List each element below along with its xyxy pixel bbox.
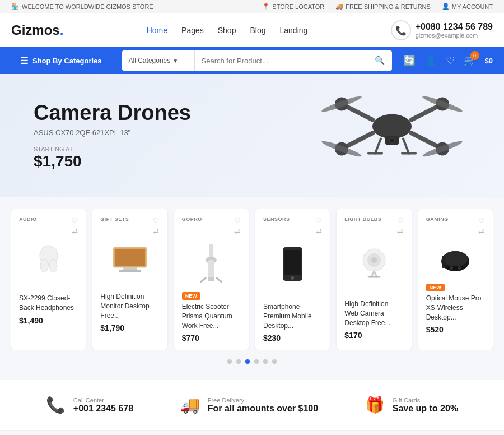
- product-price-3: $230: [263, 334, 322, 343]
- nav-icons: 🔄 👤 ♡ 🛒 0 $0: [403, 54, 493, 67]
- main-nav: Home Pages Shop Blog Landing: [147, 26, 308, 35]
- feature-free-delivery: 🚚 Free Delivery For all amounts over $10…: [180, 396, 318, 414]
- svg-rect-25: [123, 267, 137, 270]
- feature-gift-cards: 🎁 Gift Cards Save up to 20%: [365, 396, 458, 414]
- wishlist-btn-1[interactable]: ♡: [153, 216, 160, 225]
- svg-rect-30: [208, 277, 214, 281]
- compare-icon[interactable]: 🔄: [403, 54, 416, 67]
- logo[interactable]: Gizmos.: [11, 22, 63, 38]
- category-selector[interactable]: All Categories ▼: [122, 50, 195, 71]
- cart-badge: 0: [470, 51, 479, 60]
- dot-2[interactable]: [236, 359, 241, 364]
- product-price-4: $170: [344, 331, 403, 340]
- product-price-2: $770: [182, 334, 241, 343]
- product-category-3: SENSORS: [263, 216, 290, 222]
- account-link[interactable]: 👤 MY ACCOUNT: [442, 3, 493, 10]
- svg-point-22: [49, 259, 57, 272]
- wishlist-icon[interactable]: ♡: [446, 54, 455, 67]
- features-bar: 📞 Call Center +001 2345 678 🚚 Free Deliv…: [0, 380, 504, 431]
- cart-total: $0: [485, 57, 493, 65]
- menu-icon: ☰: [20, 55, 28, 66]
- hero-price: $1,750: [34, 152, 191, 170]
- feature-delivery-text: For all amounts over $100: [208, 404, 318, 414]
- wishlist-btn-4[interactable]: ♡: [397, 216, 404, 225]
- svg-line-32: [217, 278, 222, 283]
- nav-landing[interactable]: Landing: [279, 26, 307, 35]
- nav-shop[interactable]: Shop: [218, 26, 236, 35]
- product-image-1: [100, 235, 159, 280]
- dot-6[interactable]: [272, 359, 277, 364]
- nav-home[interactable]: Home: [147, 26, 167, 35]
- compare-btn-3[interactable]: ⇄: [315, 227, 322, 235]
- wishlist-btn-3[interactable]: ♡: [315, 216, 322, 225]
- hero-title: Camera Drones: [34, 101, 191, 125]
- product-price-0: $1,490: [19, 316, 78, 325]
- store-icon: 🏪: [11, 3, 19, 10]
- compare-btn-0[interactable]: ⇄: [71, 227, 78, 235]
- product-card-0: AUDIO ♡ ⇄ NEW SX-2299 Closed-Back Headph…: [11, 209, 86, 350]
- phone-number: +0080 1234 56 789: [416, 22, 493, 32]
- wishlist-btn-2[interactable]: ♡: [234, 216, 241, 225]
- product-category-0: AUDIO: [19, 216, 37, 222]
- products-grid: AUDIO ♡ ⇄ NEW SX-2299 Closed-Back Headph…: [11, 209, 493, 350]
- search-area: All Categories ▼ 🔍: [122, 50, 392, 71]
- cart-icon[interactable]: 🛒 0: [464, 54, 476, 67]
- search-button[interactable]: 🔍: [368, 55, 392, 66]
- dot-3[interactable]: [245, 359, 250, 364]
- account-icon[interactable]: 👤: [424, 54, 437, 67]
- compare-btn-2[interactable]: ⇄: [234, 227, 241, 235]
- location-icon: 📍: [262, 3, 270, 10]
- email-address: gizmos@example.com: [416, 32, 493, 39]
- wishlist-btn-0[interactable]: ♡: [71, 216, 78, 225]
- user-icon: 👤: [442, 3, 450, 10]
- dot-4[interactable]: [254, 359, 259, 364]
- hero-subtitle: ASUS CX70 2QF-621XPL 13": [34, 128, 191, 137]
- phone-feature-icon: 📞: [46, 396, 66, 414]
- product-badge-5: NEW: [426, 284, 445, 291]
- product-name-4: High Definition Web Camera Desktop Free.…: [344, 299, 403, 327]
- hero-image: [302, 74, 482, 197]
- hero-starting-label: STARTING AT: [34, 146, 191, 152]
- product-badge-2: NEW: [182, 292, 200, 300]
- shop-categories-btn[interactable]: ☰ Shop By Categories: [11, 47, 111, 74]
- phone-icon: 📞: [391, 20, 411, 40]
- feature-call-text: +001 2345 678: [73, 404, 133, 414]
- product-category-1: GIFT SETS: [100, 216, 129, 222]
- header: Gizmos. Home Pages Shop Blog Landing 📞 +…: [0, 13, 504, 47]
- feature-gift-label: Gift Cards: [393, 397, 458, 404]
- search-input[interactable]: [195, 50, 368, 71]
- nav-blog[interactable]: Blog: [250, 26, 265, 35]
- svg-line-17: [403, 139, 409, 154]
- category-banners: Sports Watches SHOP NOW › 16 47: [0, 431, 504, 435]
- svg-point-46: [458, 266, 461, 270]
- product-card-1: GIFT SETS ♡ ⇄ NEW High Definition Monito…: [92, 209, 167, 350]
- svg-rect-26: [119, 270, 141, 272]
- svg-line-31: [200, 278, 206, 283]
- compare-btn-1[interactable]: ⇄: [153, 227, 160, 235]
- product-card-5: GAMING ♡ ⇄ NEW Optical Mouse: [418, 209, 493, 350]
- feature-call-label: Call Center: [73, 397, 133, 404]
- compare-btn-4[interactable]: ⇄: [397, 227, 404, 235]
- product-name-3: Smartphone Premium Mobile Desktop...: [263, 302, 322, 330]
- product-name-1: High Definition Monitor Desktop Free...: [100, 292, 159, 320]
- product-name-5: Optical Mouse Pro XS-Wireless Desktop...: [426, 294, 485, 322]
- wishlist-btn-5[interactable]: ♡: [478, 216, 485, 225]
- nav-bar: ☰ Shop By Categories All Categories ▼ 🔍 …: [0, 47, 504, 74]
- product-category-2: GOPRO: [182, 216, 202, 222]
- shipping-link[interactable]: 🚚 FREE SHIPPING & RETURNS: [335, 3, 431, 10]
- truck-icon: 🚚: [335, 3, 343, 10]
- store-locator-link[interactable]: 📍 STORE LOCATOR: [262, 3, 324, 10]
- product-name-2: Electric Scooter Prisma Quantum Work Fre…: [182, 302, 241, 330]
- product-name-0: SX-2299 Closed-Back Headphones: [19, 294, 78, 313]
- svg-line-16: [375, 139, 381, 154]
- svg-point-35: [291, 276, 294, 280]
- svg-rect-24: [115, 249, 145, 266]
- feature-delivery-label: Free Delivery: [208, 397, 318, 404]
- product-image-4: [344, 235, 403, 288]
- carousel-dots: [11, 350, 493, 368]
- product-price-1: $1,790: [100, 323, 159, 332]
- dot-1[interactable]: [227, 359, 232, 364]
- compare-btn-5[interactable]: ⇄: [478, 227, 485, 235]
- nav-pages[interactable]: Pages: [181, 26, 204, 35]
- dot-5[interactable]: [263, 359, 268, 364]
